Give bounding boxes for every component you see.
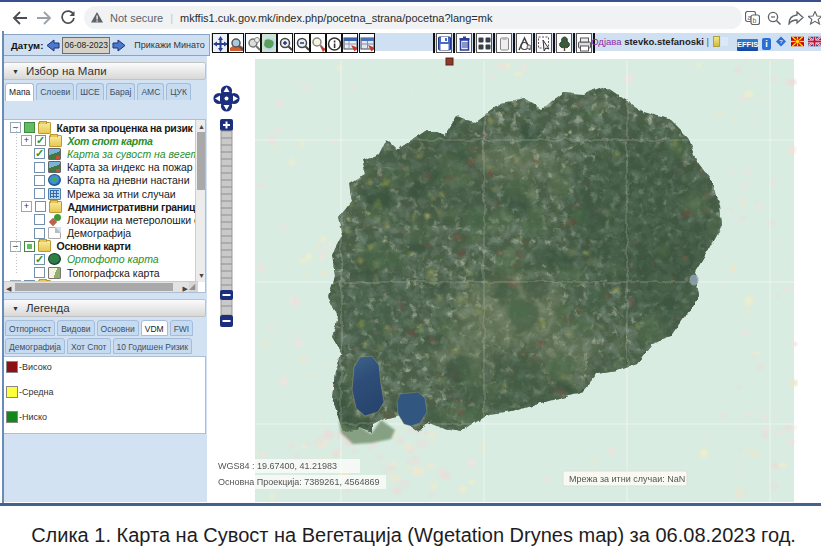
svg-text:?: ? <box>779 38 783 45</box>
svg-text:Мрежа за итни случаи: NaN: Мрежа за итни случаи: NaN <box>569 474 685 484</box>
svg-text:Основна Проекција: 7389261, 4: Основна Проекција: 7389261, 4564869 <box>218 477 379 487</box>
svg-text:b: b <box>753 17 757 24</box>
svg-text:WGS84 : 19.67400, 41.21983: WGS84 : 19.67400, 41.21983 <box>218 461 337 471</box>
